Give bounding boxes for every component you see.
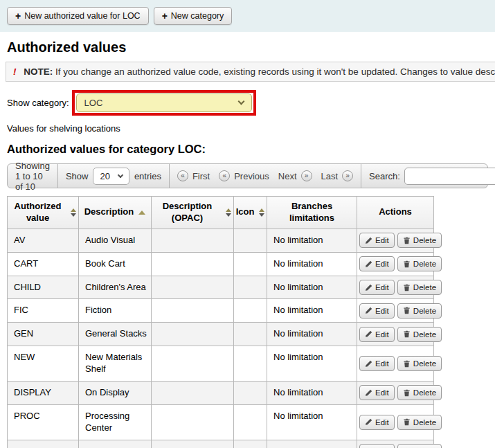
cell-description: Children's Area xyxy=(79,276,152,299)
chevron-down-icon xyxy=(237,98,244,105)
last-button[interactable]: Last » xyxy=(321,170,354,181)
edit-label: Edit xyxy=(375,388,389,397)
pagination: « First « Previous Next » Last » xyxy=(177,170,353,181)
category-selector-row: Show category: LOC xyxy=(7,90,495,116)
pagination-top: « First « Previous Next » Last » xyxy=(170,164,361,188)
column-header-authorized-value[interactable]: Authorized value xyxy=(8,197,79,229)
trash-icon xyxy=(403,418,411,426)
new-authorized-value-button[interactable]: + New authorized value for LOC xyxy=(7,7,149,25)
cell-description: Reference xyxy=(79,440,152,448)
double-chevron-left-icon: « xyxy=(219,170,230,181)
delete-button[interactable]: Delete xyxy=(397,233,442,248)
pencil-icon xyxy=(365,389,372,397)
chevron-down-icon xyxy=(118,172,123,177)
search-label: Search: xyxy=(369,171,400,181)
delete-button[interactable]: Delete xyxy=(397,327,442,342)
column-label: Description xyxy=(84,206,134,218)
table-heading: Authorized values for category LOC: xyxy=(7,143,495,156)
cell-actions: EditDelete xyxy=(357,346,434,382)
cell-description: Fiction xyxy=(79,299,152,323)
table-controls: Showing 1 to 10 of 10 Show 20 entries « … xyxy=(7,163,488,188)
delete-label: Delete xyxy=(413,236,436,244)
delete-button[interactable]: Delete xyxy=(397,415,442,430)
cell-icon xyxy=(234,382,267,405)
category-select[interactable]: LOC xyxy=(76,93,252,112)
cell-actions: EditDelete xyxy=(357,382,434,405)
edit-button[interactable]: Edit xyxy=(359,415,395,430)
table-header-row: Authorized valueDescriptionDescription (… xyxy=(8,197,434,229)
cell-description-opac xyxy=(152,276,234,299)
double-chevron-right-icon: » xyxy=(301,170,312,181)
cell-actions: EditDelete xyxy=(357,276,434,299)
cell-authorized-value: FIC xyxy=(8,299,79,323)
cell-branches-limitations: No limitation xyxy=(267,382,357,405)
cell-icon xyxy=(234,323,267,346)
trash-icon xyxy=(403,260,411,268)
first-button[interactable]: « First xyxy=(177,170,210,181)
cell-authorized-value: GEN xyxy=(8,323,79,346)
delete-button[interactable]: Delete xyxy=(397,303,442,319)
search-control: Search: xyxy=(361,164,495,188)
cell-branches-limitations: No limitation xyxy=(267,440,357,448)
edit-button[interactable]: Edit xyxy=(359,327,395,342)
cell-icon xyxy=(234,229,267,252)
delete-label: Delete xyxy=(413,418,436,427)
delete-button[interactable]: Delete xyxy=(397,356,442,371)
column-header-actions: Actions xyxy=(357,197,434,229)
table-row: CHILDChildren's AreaNo limitationEditDel… xyxy=(8,276,434,299)
cell-actions: EditDelete xyxy=(357,252,434,276)
delete-button[interactable]: Delete xyxy=(397,280,442,295)
column-header-branches-limitations: Branches limitations xyxy=(267,197,357,229)
search-input[interactable] xyxy=(404,168,495,185)
pencil-icon xyxy=(365,418,372,426)
cell-icon xyxy=(234,276,267,299)
table-row: DISPLAYOn DisplayNo limitationEditDelete xyxy=(8,382,434,405)
edit-button[interactable]: Edit xyxy=(359,256,395,271)
cell-branches-limitations: No limitation xyxy=(267,346,357,382)
new-authorized-value-label: New authorized value for LOC xyxy=(24,11,140,21)
table-row: NEWNew Materials ShelfNo limitationEditD… xyxy=(8,346,434,382)
note-text: If you change an authorized value code, … xyxy=(55,66,495,77)
column-header-description-opac[interactable]: Description (OPAC) xyxy=(152,197,234,229)
cell-icon xyxy=(234,252,267,276)
cell-actions: EditDelete xyxy=(357,323,434,346)
next-button[interactable]: Next » xyxy=(278,170,312,181)
edit-label: Edit xyxy=(375,283,389,292)
cell-actions: EditDelete xyxy=(357,299,434,323)
table-body: AVAudio VisualNo limitationEditDeleteCAR… xyxy=(8,229,434,448)
table-row: REFReferenceNo limitationEditDelete xyxy=(8,440,434,448)
trash-icon xyxy=(403,284,411,292)
category-select-highlight: LOC xyxy=(72,90,256,116)
new-category-label: New category xyxy=(171,11,224,21)
show-category-label: Show category: xyxy=(7,98,69,108)
cell-authorized-value: PROC xyxy=(8,404,79,440)
edit-button[interactable]: Edit xyxy=(359,303,395,319)
previous-button[interactable]: « Previous xyxy=(219,170,269,181)
column-header-description[interactable]: Description xyxy=(79,197,152,229)
delete-button[interactable]: Delete xyxy=(397,444,442,448)
delete-label: Delete xyxy=(413,330,436,339)
table-row: AVAudio VisualNo limitationEditDelete xyxy=(8,229,434,252)
edit-label: Edit xyxy=(375,307,389,315)
delete-button[interactable]: Delete xyxy=(397,385,442,400)
edit-button[interactable]: Edit xyxy=(359,385,395,400)
new-category-button[interactable]: + New category xyxy=(154,7,233,25)
edit-button[interactable]: Edit xyxy=(359,280,395,295)
edit-label: Edit xyxy=(375,260,389,268)
pencil-icon xyxy=(365,284,372,292)
entries-select[interactable]: 20 xyxy=(93,168,129,185)
column-header-icon[interactable]: Icon xyxy=(234,197,267,229)
edit-button[interactable]: Edit xyxy=(359,444,395,448)
table-row: FICFictionNo limitationEditDelete xyxy=(8,299,434,323)
column-label: Actions xyxy=(379,206,412,218)
edit-button[interactable]: Edit xyxy=(359,356,395,371)
entries-label: entries xyxy=(134,171,161,181)
cell-description-opac xyxy=(152,382,234,405)
previous-label: Previous xyxy=(234,171,269,181)
delete-button[interactable]: Delete xyxy=(397,256,442,271)
edit-label: Edit xyxy=(375,359,389,368)
sort-both-icon xyxy=(226,208,231,217)
cell-authorized-value: DISPLAY xyxy=(8,382,79,405)
cell-description: Processing Center xyxy=(79,404,152,440)
edit-button[interactable]: Edit xyxy=(359,233,395,248)
